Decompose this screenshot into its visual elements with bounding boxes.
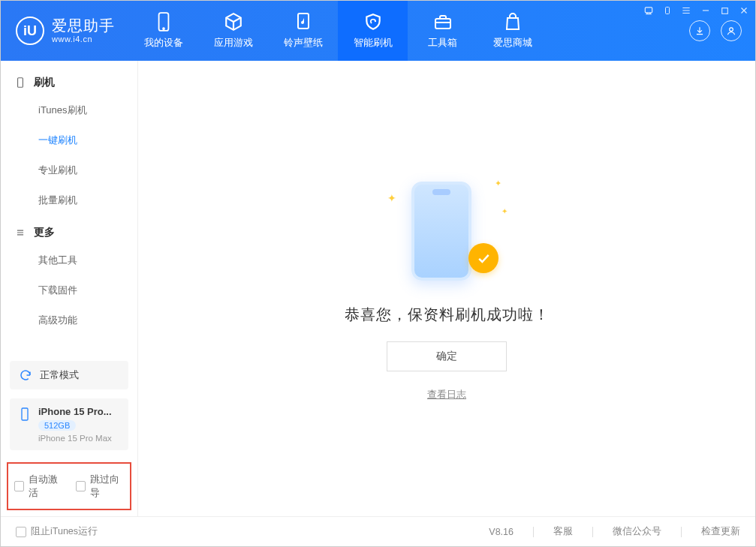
version-label: V8.16 (489, 527, 514, 537)
menu-icon[interactable] (681, 5, 691, 16)
sidebar-item-batch-flash[interactable]: 批量刷机 (1, 185, 137, 215)
tab-label: 铃声壁纸 (284, 36, 323, 50)
phone-mini-icon[interactable] (663, 5, 672, 16)
sidebar-item-pro-flash[interactable]: 专业刷机 (1, 155, 137, 185)
sparkle-icon: ✦ (495, 179, 501, 188)
tab-store[interactable]: 爱思商城 (477, 1, 547, 61)
success-illustration: ✦ ✦ ✦ (398, 176, 495, 288)
maximize-icon[interactable] (720, 6, 730, 16)
checkbox-icon (14, 481, 24, 491)
ok-button[interactable]: 确定 (387, 341, 507, 371)
check-badge-icon (468, 243, 498, 273)
tab-flash[interactable]: 智能刷机 (338, 1, 408, 61)
storage-badge: 512GB (38, 420, 76, 431)
sidebar-item-download-firmware[interactable]: 下载固件 (1, 275, 137, 305)
phone-outline-icon (14, 77, 26, 89)
tab-label: 智能刷机 (354, 36, 393, 50)
cube-icon (224, 12, 243, 32)
close-icon[interactable] (739, 5, 749, 16)
divider (533, 527, 534, 537)
wechat-link[interactable]: 微信公众号 (613, 525, 661, 538)
phone-illustration-icon (411, 182, 471, 281)
checkbox-label: 自动激活 (29, 473, 63, 500)
svg-point-7 (730, 28, 733, 32)
brand-logo-icon: iU (16, 17, 44, 45)
checkbox-block-itunes[interactable]: 阻止iTunes运行 (16, 525, 98, 538)
tab-toolbox[interactable]: 工具箱 (408, 1, 477, 61)
svg-rect-9 (22, 408, 28, 420)
brand-title: 爱思助手 (52, 17, 115, 35)
tab-ringtone[interactable]: 铃声壁纸 (268, 1, 338, 61)
download-button[interactable] (689, 20, 710, 41)
tab-label: 应用游戏 (214, 36, 253, 50)
sidebar-item-advanced[interactable]: 高级功能 (1, 305, 137, 335)
divider (592, 527, 593, 537)
sidebar-group-flash: 刷机 iTunes刷机 一键刷机 专业刷机 批量刷机 (1, 68, 137, 218)
tab-label: 工具箱 (428, 36, 457, 50)
sidebar-item-oneclick-flash[interactable]: 一键刷机 (1, 125, 137, 155)
sidebar-group-more: 更多 其他工具 下载固件 高级功能 (1, 218, 137, 338)
sparkle-icon: ✦ (501, 207, 508, 215)
tab-label: 爱思商城 (493, 36, 532, 50)
checkbox-skip-guide[interactable]: 跳过向导 (76, 473, 124, 500)
tab-label: 我的设备 (144, 36, 183, 50)
brand-subtitle: www.i4.cn (52, 35, 115, 44)
list-icon (14, 227, 26, 239)
brand: iU 爱思助手 www.i4.cn (1, 1, 128, 61)
checkbox-icon (16, 527, 26, 537)
checkbox-label: 阻止iTunes运行 (31, 525, 98, 538)
sidebar-group-title: 更多 (34, 226, 55, 239)
sparkle-icon: ✦ (387, 192, 396, 204)
sidebar-item-itunes-flash[interactable]: iTunes刷机 (1, 95, 137, 125)
svg-rect-6 (435, 19, 450, 29)
bag-icon (503, 12, 523, 32)
account-button[interactable] (721, 20, 742, 41)
refresh-shield-icon (363, 12, 383, 32)
check-update-link[interactable]: 检查更新 (701, 525, 740, 538)
minimize-icon[interactable] (700, 5, 711, 16)
support-link[interactable]: 客服 (553, 525, 573, 538)
music-icon (294, 12, 313, 32)
svg-rect-2 (722, 8, 728, 14)
feedback-icon[interactable] (643, 5, 654, 16)
checkbox-icon (76, 481, 86, 491)
svg-rect-8 (18, 78, 23, 88)
toolbox-icon (433, 12, 453, 32)
sync-icon (19, 368, 32, 382)
success-message: 恭喜您，保资料刷机成功啦！ (345, 305, 550, 325)
option-highlight-box: 自动激活 跳过向导 (7, 462, 131, 510)
device-mode-label: 正常模式 (40, 368, 79, 382)
device-icon (154, 12, 173, 32)
svg-rect-1 (666, 8, 670, 14)
view-log-link[interactable]: 查看日志 (427, 388, 466, 401)
sidebar-item-other-tools[interactable]: 其他工具 (1, 245, 137, 275)
svg-point-4 (163, 28, 164, 29)
sidebar-group-title: 刷机 (34, 76, 55, 89)
device-mode-card[interactable]: 正常模式 (10, 361, 128, 389)
device-model: iPhone 15 Pro Max (38, 434, 112, 443)
device-name: iPhone 15 Pro... (38, 406, 112, 417)
device-icon (19, 406, 31, 422)
checkbox-label: 跳过向导 (90, 473, 125, 500)
checkbox-auto-activate[interactable]: 自动激活 (14, 473, 62, 500)
tab-device[interactable]: 我的设备 (128, 1, 198, 61)
divider (681, 527, 682, 537)
svg-rect-0 (645, 8, 652, 13)
tab-apps[interactable]: 应用游戏 (198, 1, 268, 61)
device-card[interactable]: iPhone 15 Pro... 512GB iPhone 15 Pro Max (10, 398, 128, 450)
